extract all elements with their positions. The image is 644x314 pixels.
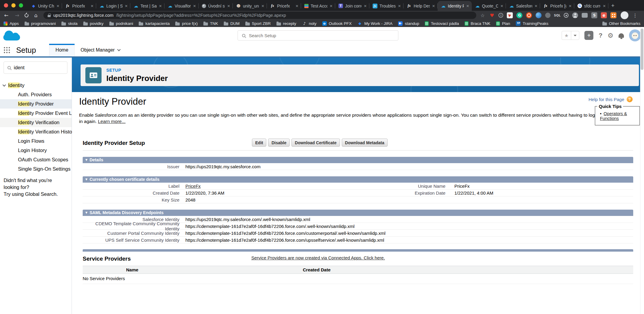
scrollbar-thumb[interactable] [641, 28, 643, 70]
setup-search-box[interactable] [238, 30, 398, 40]
sidebar-item-identity-verification-history[interactable]: Identity Verification History [0, 127, 72, 136]
browser-tab[interactable]: Salesforc [506, 1, 540, 11]
ubuntu-extension-icon[interactable] [526, 12, 532, 18]
browser-tab-active[interactable]: Identity P [438, 1, 472, 11]
tab-close-icon[interactable] [193, 4, 196, 8]
favorites-dropdown-button[interactable] [571, 31, 579, 40]
tab-close-icon[interactable] [534, 4, 538, 8]
sidebar-item-identity-provider-event-log[interactable]: Identity Provider Event Log [0, 109, 72, 118]
browser-tab[interactable]: Pricefx [267, 1, 301, 11]
sidebar-item-identity-verification[interactable]: Identity Verification [0, 118, 72, 127]
tab-object-manager[interactable]: Object Manager [75, 44, 126, 56]
bookmark-folder[interactable]: kartapacienta [139, 21, 170, 26]
browser-tab[interactable]: Quote_Co [472, 1, 506, 11]
global-create-button[interactable] [584, 31, 593, 40]
certificate-label-link[interactable]: PriceFx [185, 184, 201, 189]
bookmark-folder[interactable]: Sport ZBR [245, 21, 271, 26]
new-tab-button[interactable] [608, 1, 617, 10]
grammarly-extension-icon[interactable] [516, 12, 522, 18]
certificate-section-bar[interactable]: Currently chosen certificate details [83, 176, 633, 183]
sidebar-item-auth-providers[interactable]: Auth. Providers [0, 90, 72, 99]
bookmark-item[interactable]: standup [398, 21, 419, 26]
connected-apps-notice-link[interactable]: Service Providers are now created via Co… [251, 255, 385, 260]
bookmark-item[interactable]: Braca TNK [465, 21, 490, 26]
tab-close-icon[interactable] [159, 4, 162, 8]
home-icon[interactable]: ⌂ [33, 12, 39, 18]
browser-tab[interactable]: Unity Chi [28, 1, 62, 11]
tab-close-icon[interactable] [261, 4, 264, 8]
bookmark-item[interactable]: Outlook PFX [322, 21, 352, 26]
download-metadata-button[interactable]: Download Metadata [342, 139, 388, 147]
tree-node-identity[interactable]: Identity [0, 81, 72, 90]
details-section-bar[interactable]: Details [83, 157, 633, 163]
search-input[interactable] [249, 33, 394, 38]
bookmark-folder[interactable]: podnikani [109, 21, 133, 26]
s-badge-extension-icon[interactable] [591, 12, 597, 18]
bookmark-item[interactable]: Testovací pádla [425, 21, 459, 26]
sidebar-item-oauth-custom-scopes[interactable]: OAuth Custom Scopes [0, 155, 72, 164]
browser-tab[interactable]: Úvodní st [199, 1, 233, 11]
browser-tab[interactable]: Login | Sa [96, 1, 130, 11]
tab-close-icon[interactable] [295, 4, 299, 8]
tab-close-icon[interactable] [329, 4, 333, 8]
browser-tab[interactable]: Pricefx [62, 1, 96, 11]
git-extension-icon[interactable] [545, 13, 551, 18]
browser-tab[interactable]: Join conv [335, 1, 369, 11]
bookmark-item[interactable]: Plan [496, 21, 510, 26]
evernote-extension-icon[interactable] [601, 12, 607, 18]
browser-tab[interactable]: unity_uns [233, 1, 267, 11]
download-certificate-button[interactable]: Download Certificate [291, 139, 340, 147]
user-avatar[interactable] [629, 29, 641, 41]
bookmark-folder[interactable]: recepty [276, 21, 296, 26]
bookmark-folder[interactable]: price f(x) [175, 21, 198, 26]
operators-functions-link[interactable]: Operators & Functions [600, 111, 627, 121]
disable-button[interactable]: Disable [268, 139, 290, 147]
app-launcher-icon[interactable] [4, 47, 10, 53]
favorites-star-button[interactable] [562, 31, 571, 40]
lock-icon[interactable] [48, 15, 51, 17]
tab-close-icon[interactable] [90, 4, 94, 8]
bookmark-item[interactable]: noty [302, 21, 317, 26]
sidebar-item-single-sign-on-settings[interactable]: Single Sign-On Settings [0, 164, 72, 174]
bookmark-item[interactable]: TrainingPeaks [516, 21, 548, 26]
bookmark-folder[interactable]: programovani [25, 21, 56, 26]
quick-find-box[interactable] [4, 61, 67, 74]
send-extension-icon[interactable] [507, 12, 513, 18]
browser-menu-icon[interactable] [633, 13, 637, 18]
tab-close-icon[interactable] [125, 4, 128, 8]
help-question-icon[interactable] [627, 96, 633, 102]
tab-close-icon[interactable] [56, 4, 60, 8]
tab-close-icon[interactable] [364, 4, 367, 8]
heart-extension-icon[interactable] [489, 12, 495, 18]
help-icon[interactable] [598, 32, 602, 39]
browser-tab[interactable]: Test | Sal [130, 1, 164, 11]
saml-section-bar[interactable]: SAML Metadata Discovery Endpoints [83, 210, 633, 216]
edit-button[interactable]: Edit [252, 139, 266, 147]
sidebar-item-login-flows[interactable]: Login Flows [0, 136, 72, 146]
browser-tab[interactable]: Visualforc [164, 1, 199, 11]
tab-home[interactable]: Home [49, 44, 75, 56]
browser-tab[interactable]: Pricefx [u [540, 1, 574, 11]
browser-tab[interactable]: Troublesh [369, 1, 403, 11]
page-scrollbar[interactable] [640, 27, 644, 314]
reload-icon[interactable] [25, 13, 28, 17]
forward-icon[interactable]: → [14, 12, 20, 18]
chat-extension-icon[interactable] [582, 13, 588, 18]
profile-extension-icon[interactable] [572, 12, 578, 18]
browser-tab[interactable]: sfdc curre [574, 1, 608, 11]
bookmark-folder[interactable]: DUM [224, 21, 240, 26]
tab-close-icon[interactable] [500, 4, 504, 8]
bookmark-folder[interactable]: povidky [83, 21, 104, 26]
bookmark-item[interactable]: My Work - JIRA [357, 21, 392, 26]
bookmark-item[interactable]: Apps [4, 21, 19, 26]
bell-icon[interactable] [619, 33, 624, 38]
help-for-this-page-link[interactable]: Help for this Page [589, 97, 624, 102]
bookmark-folder[interactable]: TNK [203, 21, 218, 26]
gear-icon[interactable] [607, 32, 613, 39]
window-minimize-button[interactable] [11, 3, 16, 7]
globe-extension-icon[interactable] [536, 12, 542, 18]
tab-close-icon[interactable] [227, 4, 230, 8]
tab-close-icon[interactable] [466, 4, 469, 8]
info-extension-icon[interactable] [498, 13, 503, 18]
tab-close-icon[interactable] [398, 4, 401, 8]
